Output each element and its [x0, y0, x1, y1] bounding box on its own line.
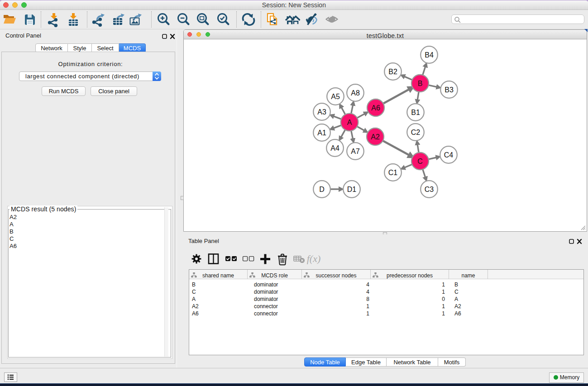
svg-text:D: D — [319, 186, 325, 193]
svg-text:B4: B4 — [425, 51, 434, 59]
svg-text:C1: C1 — [388, 169, 398, 176]
svg-text:B1: B1 — [411, 109, 420, 116]
svg-text:A3: A3 — [317, 108, 326, 116]
svg-text:A7: A7 — [351, 148, 360, 155]
svg-text:B2: B2 — [388, 68, 397, 76]
svg-text:A2: A2 — [371, 133, 380, 141]
svg-text:f(x): f(x) — [307, 253, 320, 264]
svg-text:B: B — [418, 80, 423, 87]
svg-text:A: A — [347, 119, 352, 126]
svg-text:C4: C4 — [444, 151, 454, 159]
svg-text:A5: A5 — [331, 93, 340, 100]
svg-text:A4: A4 — [330, 144, 339, 152]
svg-text:A1: A1 — [317, 129, 326, 137]
svg-text:A8: A8 — [351, 89, 360, 97]
svg-text:C: C — [417, 157, 423, 165]
svg-text:C3: C3 — [425, 186, 434, 193]
svg-text:C2: C2 — [411, 129, 421, 136]
svg-text:A6: A6 — [371, 104, 380, 112]
svg-text:D1: D1 — [347, 186, 357, 193]
svg-text:B3: B3 — [445, 86, 454, 94]
